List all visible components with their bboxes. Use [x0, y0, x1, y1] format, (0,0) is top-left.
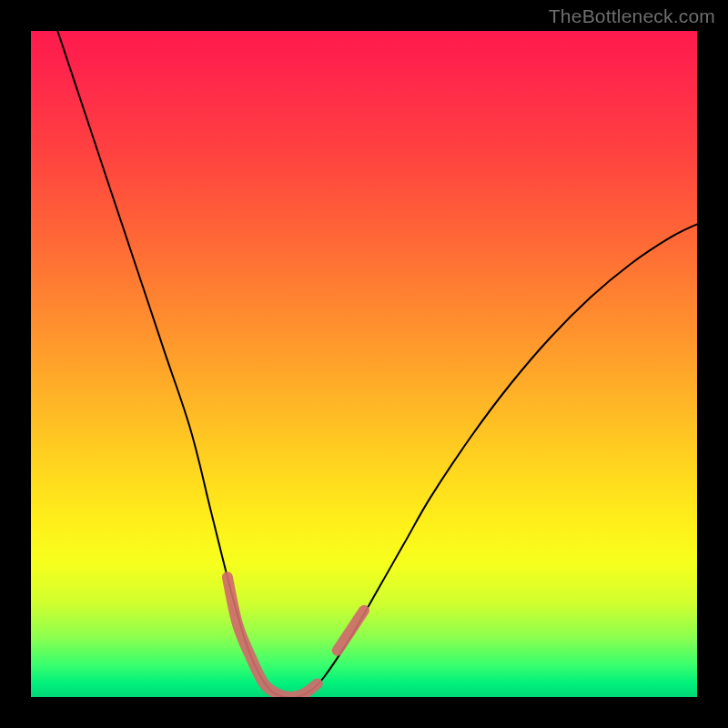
chart-frame: TheBottleneck.com — [0, 0, 728, 728]
bottleneck-curve — [57, 31, 697, 697]
highlight-segment-left — [228, 577, 318, 697]
watermark-text: TheBottleneck.com — [549, 5, 715, 27]
plot-area — [31, 31, 697, 697]
highlight-segment-right — [338, 611, 364, 651]
curve-svg — [31, 31, 697, 697]
